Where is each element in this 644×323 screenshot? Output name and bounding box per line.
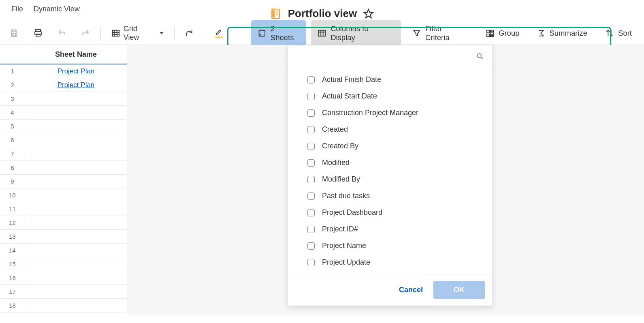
column-option[interactable]: Created <box>288 121 492 138</box>
column-option[interactable]: Actual Start Date <box>288 88 492 105</box>
sheet-link[interactable]: Project Plan <box>58 81 95 89</box>
table-row[interactable]: 3 <box>0 92 127 106</box>
svg-marker-7 <box>364 9 373 18</box>
cell-sheet-name[interactable] <box>25 120 127 133</box>
cell-sheet-name[interactable] <box>25 175 127 188</box>
main-area: Sheet Name 1Project Plan2Project Plan345… <box>0 45 644 315</box>
table-row[interactable]: 13 <box>0 230 127 244</box>
row-number: 17 <box>0 285 25 298</box>
column-option[interactable]: Actual Finish Date <box>288 71 492 88</box>
panel-search[interactable] <box>288 45 492 67</box>
row-number: 2 <box>0 78 25 92</box>
menu-file[interactable]: File <box>11 5 23 13</box>
cell-sheet-name[interactable] <box>25 147 127 160</box>
column-header-sheet-name[interactable]: Sheet Name <box>25 45 127 64</box>
table-row[interactable]: 1Project Plan <box>0 64 127 78</box>
checkbox-icon[interactable] <box>307 159 315 167</box>
grid-view-label: Grid View <box>124 25 155 42</box>
checkbox-icon[interactable] <box>307 126 315 133</box>
sort-button[interactable]: Sort <box>599 25 638 42</box>
columns-label: Columns to Display <box>331 24 395 42</box>
table-row[interactable]: 4 <box>0 106 127 120</box>
row-number: 3 <box>0 92 25 105</box>
cell-sheet-name[interactable] <box>25 161 127 174</box>
column-option[interactable]: Project Dashboard <box>288 204 492 221</box>
column-option[interactable]: Project ID# <box>288 221 492 237</box>
highlight-icon[interactable] <box>211 26 227 40</box>
table-row[interactable]: 14 <box>0 244 127 257</box>
checkbox-icon[interactable] <box>307 259 315 266</box>
grid-view-selector[interactable]: Grid View <box>107 22 168 44</box>
star-icon[interactable] <box>363 9 374 19</box>
view-buttons: 2 Sheets Columns to Display Filter Crite… <box>251 20 638 46</box>
cell-sheet-name[interactable] <box>25 106 127 119</box>
table-row[interactable]: 9 <box>0 175 127 188</box>
checkbox-icon[interactable] <box>307 76 315 83</box>
checkbox-icon[interactable] <box>307 93 315 100</box>
svg-rect-12 <box>113 30 119 36</box>
group-button[interactable]: Group <box>479 25 526 42</box>
cell-sheet-name[interactable] <box>25 216 127 229</box>
summarize-button[interactable]: Summarize <box>531 25 594 42</box>
column-option-label: Modified By <box>322 175 360 184</box>
print-icon[interactable] <box>29 26 47 41</box>
checkbox-icon[interactable] <box>307 242 315 250</box>
checkbox-icon[interactable] <box>307 143 315 150</box>
refresh-icon[interactable] <box>181 27 197 40</box>
table-row[interactable]: 15 <box>0 257 127 271</box>
table-row[interactable]: 16 <box>0 271 127 285</box>
cell-sheet-name[interactable] <box>25 244 127 257</box>
column-option[interactable]: Project Name <box>288 237 492 254</box>
table-row[interactable]: 10 <box>0 188 127 202</box>
cell-sheet-name[interactable] <box>25 299 127 312</box>
column-option-label: Created By <box>322 142 358 150</box>
sheets-label: 2 Sheets <box>271 24 300 42</box>
cell-sheet-name[interactable] <box>25 202 127 216</box>
columns-button[interactable]: Columns to Display <box>311 20 401 46</box>
table-row[interactable]: 7 <box>0 147 127 161</box>
cell-sheet-name[interactable] <box>25 257 127 271</box>
column-option[interactable]: Modified By <box>288 171 492 188</box>
row-number: 1 <box>0 64 25 78</box>
svg-rect-25 <box>490 33 493 34</box>
menu-dynamic-view[interactable]: Dynamic View <box>34 5 80 13</box>
table-row[interactable]: 8 <box>0 161 127 175</box>
checkbox-icon[interactable] <box>307 209 315 216</box>
column-option[interactable]: Modified <box>288 154 492 171</box>
checkbox-icon[interactable] <box>307 109 315 117</box>
undo-icon <box>53 26 70 40</box>
svg-rect-23 <box>487 34 489 36</box>
table-row[interactable]: 5 <box>0 120 127 133</box>
cell-sheet-name[interactable] <box>25 285 127 298</box>
cell-sheet-name[interactable]: Project Plan <box>25 64 127 78</box>
row-number: 13 <box>0 230 25 243</box>
column-option[interactable]: Project Update <box>288 254 492 271</box>
cell-sheet-name[interactable] <box>25 188 127 202</box>
panel-footer: Cancel OK <box>288 274 492 306</box>
filter-button[interactable]: Filter Criteria <box>406 20 474 46</box>
cell-sheet-name[interactable] <box>25 133 127 147</box>
column-option[interactable]: Created By <box>288 138 492 154</box>
cell-sheet-name[interactable] <box>25 230 127 243</box>
column-option[interactable]: Past due tasks <box>288 188 492 204</box>
cell-sheet-name[interactable]: Project Plan <box>25 78 127 92</box>
table-row[interactable]: 2Project Plan <box>0 78 127 92</box>
ok-button[interactable]: OK <box>433 281 485 299</box>
sheets-button[interactable]: 2 Sheets <box>251 20 306 46</box>
checkbox-icon[interactable] <box>307 176 315 183</box>
column-option-label: Actual Start Date <box>322 92 377 101</box>
summarize-label: Summarize <box>549 29 587 38</box>
checkbox-icon[interactable] <box>307 226 315 233</box>
table-row[interactable]: 17 <box>0 285 127 299</box>
cell-sheet-name[interactable] <box>25 92 127 105</box>
table-row[interactable]: 6 <box>0 133 127 147</box>
sheet-link[interactable]: Project Plan <box>58 67 95 75</box>
cell-sheet-name[interactable] <box>25 271 127 284</box>
column-option[interactable]: Construction Project Manager <box>288 105 492 121</box>
checkbox-icon[interactable] <box>307 193 315 200</box>
cancel-button[interactable]: Cancel <box>396 282 426 298</box>
table-row[interactable]: 18 <box>0 299 127 312</box>
table-row[interactable]: 11 <box>0 202 127 216</box>
table-row[interactable]: 12 <box>0 216 127 230</box>
row-number: 15 <box>0 257 25 271</box>
